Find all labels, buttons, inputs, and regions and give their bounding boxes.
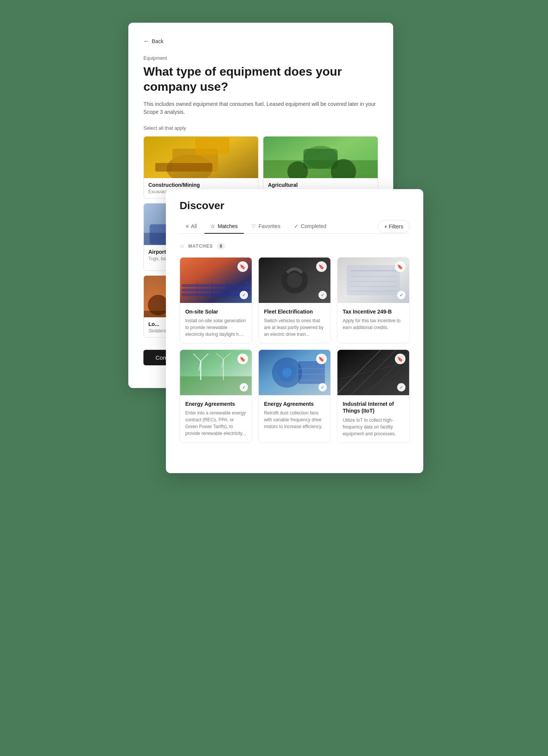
energy1-image-wrap: 🔖 ✓ bbox=[180, 350, 252, 395]
discover-body: ☆ MATCHES 6 bbox=[166, 234, 423, 458]
matches-section-icon: ☆ bbox=[179, 243, 184, 250]
back-button[interactable]: ← Back bbox=[143, 38, 378, 45]
select-label: Select all that apply bbox=[143, 125, 378, 131]
construction-image bbox=[144, 137, 258, 178]
discover-header: Discover ≡ All ☆ Matches ♡ Favorites ✓ C… bbox=[166, 189, 423, 234]
matches-section-label: MATCHES bbox=[188, 244, 213, 249]
discover-title: Discover bbox=[179, 200, 409, 212]
section-label: Equipment bbox=[143, 55, 378, 61]
iot-image-wrap: 🔖 ✓ bbox=[337, 350, 409, 395]
solar-desc: Install on-site solar generation to prov… bbox=[185, 317, 246, 338]
energy1-desc: Enter into a renewable energy contract (… bbox=[185, 410, 246, 437]
tax-bookmark[interactable]: 🔖 bbox=[395, 261, 405, 272]
discover-item-fleet[interactable]: 🔖 ✓ Fleet Electrification Switch vehicle… bbox=[258, 257, 331, 343]
discover-cards-row1: 🔖 ✓ On-site Solar Install on-site solar … bbox=[179, 257, 409, 343]
construction-name: Construction/Mining bbox=[148, 182, 254, 188]
energy2-image-wrap: 🔖 ✓ bbox=[258, 350, 330, 395]
discover-item-iot[interactable]: 🔖 ✓ Industrial Internet of Things (IIoT)… bbox=[337, 349, 409, 442]
tab-completed-label: Completed bbox=[301, 223, 327, 229]
matches-count: 6 bbox=[217, 243, 226, 250]
iot-title: Industrial Internet of Things (IIoT) bbox=[342, 401, 404, 414]
solar-bookmark[interactable]: 🔖 bbox=[237, 261, 248, 272]
tax-image-wrap: 🔖 ✓ bbox=[337, 258, 409, 303]
fleet-image-wrap: 🔖 ✓ bbox=[258, 258, 330, 303]
tab-favorites-label: Favorites bbox=[258, 223, 280, 229]
tax-title: Tax Incentive 249-B bbox=[342, 308, 404, 315]
svg-rect-49 bbox=[347, 265, 400, 295]
back-arrow-icon: ← bbox=[143, 38, 149, 45]
fleet-check: ✓ bbox=[318, 291, 327, 299]
discover-item-solar[interactable]: 🔖 ✓ On-site Solar Install on-site solar … bbox=[179, 257, 252, 343]
svg-rect-3 bbox=[195, 137, 230, 154]
energy1-bookmark[interactable]: 🔖 bbox=[237, 354, 248, 364]
svg-rect-4 bbox=[155, 163, 212, 172]
iot-desc: Utilize IoT to collect high-frequency da… bbox=[342, 417, 404, 437]
svg-rect-39 bbox=[182, 289, 250, 292]
discover-item-energy1[interactable]: 🔖 ✓ Energy Agreements Enter into a renew… bbox=[179, 349, 252, 442]
energy2-title: Energy Agreements bbox=[264, 401, 325, 407]
solar-check: ✓ bbox=[240, 291, 248, 299]
discover-tabs: ≡ All ☆ Matches ♡ Favorites ✓ Completed … bbox=[179, 219, 409, 234]
tab-favorites[interactable]: ♡ Favorites bbox=[245, 219, 286, 234]
equipment-title: What type of equipment does your company… bbox=[143, 64, 378, 94]
completed-icon: ✓ bbox=[294, 223, 299, 229]
iot-bookmark[interactable]: 🔖 bbox=[395, 354, 405, 364]
energy1-title: Energy Agreements bbox=[185, 401, 246, 407]
svg-rect-38 bbox=[182, 284, 250, 287]
all-icon: ≡ bbox=[185, 223, 188, 229]
energy2-bookmark[interactable]: 🔖 bbox=[316, 354, 327, 364]
svg-point-68 bbox=[282, 368, 291, 377]
fleet-title: Fleet Electrification bbox=[264, 308, 325, 315]
solar-title: On-site Solar bbox=[185, 308, 246, 315]
matches-header: ☆ MATCHES 6 bbox=[179, 243, 409, 250]
fleet-bookmark[interactable]: 🔖 bbox=[316, 261, 327, 272]
matches-icon: ☆ bbox=[210, 223, 215, 229]
svg-point-47 bbox=[287, 273, 302, 288]
solar-image-wrap: 🔖 ✓ bbox=[180, 258, 252, 303]
discover-cards-row2: 🔖 ✓ Energy Agreements Enter into a renew… bbox=[179, 349, 409, 442]
discover-item-tax[interactable]: 🔖 ✓ Tax Incentive 249-B Apply for this t… bbox=[337, 257, 409, 343]
discover-item-energy2[interactable]: 🔖 ✓ Energy Agreements Retrofit dust coll… bbox=[258, 349, 331, 442]
agricultural-image bbox=[263, 137, 378, 178]
energy2-desc: Retrofit dust collection fans with varia… bbox=[264, 410, 325, 430]
fleet-desc: Switch vehicles to ones that are at leas… bbox=[264, 317, 325, 338]
filters-button[interactable]: + Filters bbox=[378, 220, 409, 233]
tab-all[interactable]: ≡ All bbox=[179, 219, 203, 234]
tab-matches[interactable]: ☆ Matches bbox=[204, 219, 244, 234]
discover-card: Discover ≡ All ☆ Matches ♡ Favorites ✓ C… bbox=[166, 189, 423, 473]
svg-rect-69 bbox=[298, 361, 325, 384]
back-label: Back bbox=[152, 38, 163, 44]
equipment-description: This includes owned equipment that consu… bbox=[143, 100, 378, 116]
tab-completed[interactable]: ✓ Completed bbox=[288, 219, 333, 234]
tax-check: ✓ bbox=[397, 291, 405, 299]
tax-desc: Apply for this tax incentive to earn add… bbox=[342, 317, 404, 331]
tab-matches-label: Matches bbox=[218, 223, 238, 229]
favorites-icon: ♡ bbox=[251, 223, 256, 229]
tab-all-label: All bbox=[191, 223, 197, 229]
agricultural-name: Agricultural bbox=[268, 182, 373, 188]
